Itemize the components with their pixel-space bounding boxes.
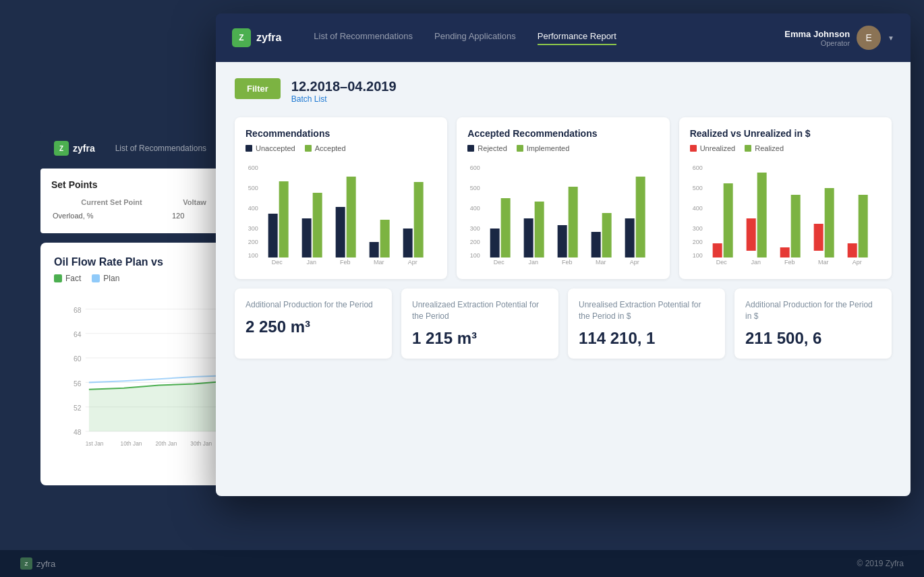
svg-rect-40 bbox=[347, 177, 356, 257]
overload-value: 120 bbox=[172, 210, 217, 221]
stat-additional-dollars-label: Additional Production for the Period in … bbox=[745, 299, 881, 322]
unaccepted-legend: Unaccepted bbox=[246, 144, 295, 152]
recommendations-title: Recommendations bbox=[246, 128, 436, 139]
svg-rect-54 bbox=[490, 229, 500, 257]
date-range: 12.2018–04.2019 bbox=[291, 78, 397, 94]
unrealized-color bbox=[690, 145, 697, 152]
nav-pending-applications[interactable]: Pending Applications bbox=[434, 31, 516, 45]
stat-unrealised-dollars-label: Unrealised Extraction Potential for the … bbox=[579, 299, 714, 322]
accepted-recommendations-chart-card: Accepted Recommendations Rejected Implem… bbox=[457, 117, 669, 279]
svg-text:600: 600 bbox=[692, 164, 702, 171]
fact-legend-color bbox=[54, 274, 62, 282]
unaccepted-label: Unaccepted bbox=[256, 144, 295, 152]
copyright: © 2019 Zyfra bbox=[857, 559, 904, 568]
svg-text:Jan: Jan bbox=[751, 259, 761, 266]
nav-logo-text: zyfra bbox=[256, 32, 281, 44]
nav-user-name: Emma Johnson bbox=[784, 29, 850, 39]
svg-text:52: 52 bbox=[74, 404, 82, 412]
svg-text:600: 600 bbox=[470, 164, 480, 171]
svg-rect-66 bbox=[625, 218, 635, 257]
svg-text:56: 56 bbox=[74, 380, 82, 388]
svg-text:Dec: Dec bbox=[716, 259, 727, 266]
realized-legend: Unrealized Realized bbox=[690, 144, 881, 152]
svg-rect-84 bbox=[813, 224, 823, 251]
svg-rect-81 bbox=[780, 247, 789, 257]
svg-rect-64 bbox=[602, 213, 612, 257]
bottom-bar: Z zyfra © 2019 Zyfra bbox=[0, 550, 924, 577]
stat-unrealised-dollars: Unrealised Extraction Potential for the … bbox=[568, 288, 725, 359]
svg-rect-85 bbox=[824, 188, 834, 257]
svg-text:Mar: Mar bbox=[374, 259, 384, 266]
voltaw-header: Voltaw bbox=[172, 198, 217, 209]
svg-text:20th Jan: 20th Jan bbox=[155, 440, 177, 447]
svg-text:30th Jan: 30th Jan bbox=[190, 440, 212, 447]
avatar-char: E bbox=[865, 32, 871, 43]
implemented-color bbox=[517, 145, 523, 152]
stat-unrealized-extraction: Unrealizaed Extraction Potential for the… bbox=[401, 288, 558, 359]
recommendations-chart-card: Recommendations Unaccepted Accepted 600 … bbox=[235, 117, 447, 279]
stat-additional-production-dollars: Additional Production for the Period in … bbox=[734, 288, 892, 359]
svg-text:10th Jan: 10th Jan bbox=[121, 440, 142, 447]
current-setpoint-header: Current Set Point bbox=[53, 198, 171, 209]
nav-logo: Z zyfra bbox=[232, 28, 281, 47]
svg-rect-63 bbox=[591, 232, 601, 257]
filter-button[interactable]: Filter bbox=[235, 78, 281, 99]
nav-list-recommendations[interactable]: List of Recommendations bbox=[314, 31, 413, 45]
svg-text:400: 400 bbox=[248, 205, 258, 212]
realized-bar-chart: 600 500 400 300 200 100 Dec Jan bbox=[690, 158, 881, 266]
bg-nav-logo: Z zyfra bbox=[54, 141, 95, 156]
recommendations-bar-chart: 600 500 400 300 200 100 Dec Jan bbox=[246, 158, 436, 266]
stat-additional-production-label: Additional Production for the Period bbox=[246, 299, 381, 311]
batch-list-link[interactable]: Batch List bbox=[291, 94, 397, 104]
svg-rect-46 bbox=[414, 182, 424, 257]
svg-rect-82 bbox=[790, 195, 800, 257]
svg-text:68: 68 bbox=[74, 307, 82, 314]
bg-nav-link: List of Recommendations bbox=[115, 144, 206, 153]
svg-rect-78 bbox=[746, 218, 755, 251]
svg-text:500: 500 bbox=[470, 185, 480, 191]
stat-unrealized-extraction-value: 1 215 m³ bbox=[412, 329, 548, 348]
svg-rect-33 bbox=[268, 214, 278, 257]
content-header: Filter 12.2018–04.2019 Batch List bbox=[235, 78, 892, 104]
svg-text:Jan: Jan bbox=[306, 259, 316, 266]
bottom-logo: Z zyfra bbox=[20, 557, 55, 570]
svg-rect-67 bbox=[636, 177, 645, 257]
nav-user-info: Emma Johnson Operator bbox=[784, 29, 850, 47]
svg-text:100: 100 bbox=[248, 252, 258, 259]
nav-user: Emma Johnson Operator E ▼ bbox=[784, 26, 894, 50]
svg-text:600: 600 bbox=[248, 164, 258, 171]
svg-rect-45 bbox=[403, 229, 413, 257]
svg-text:100: 100 bbox=[470, 252, 480, 259]
accepted-rec-bar-chart: 600 500 400 300 200 100 Dec Jan bbox=[467, 158, 658, 266]
chevron-down-icon[interactable]: ▼ bbox=[888, 34, 894, 42]
user-avatar[interactable]: E bbox=[857, 26, 881, 50]
unrealized-label: Unrealized bbox=[700, 144, 736, 152]
unrealized-legend: Unrealized bbox=[690, 144, 736, 152]
svg-text:Mar: Mar bbox=[596, 259, 606, 266]
bottom-logo-icon: Z bbox=[20, 557, 32, 570]
svg-text:Dec: Dec bbox=[272, 259, 283, 266]
implemented-legend: Implemented bbox=[517, 144, 570, 152]
plan-legend-color bbox=[92, 274, 100, 282]
accepted-label: Accepted bbox=[315, 144, 346, 152]
rejected-legend: Rejected bbox=[467, 144, 507, 152]
svg-text:400: 400 bbox=[470, 205, 480, 212]
svg-rect-55 bbox=[501, 198, 511, 257]
svg-rect-87 bbox=[847, 243, 857, 257]
svg-text:500: 500 bbox=[692, 185, 702, 191]
svg-text:100: 100 bbox=[692, 252, 702, 259]
nav-logo-icon: Z bbox=[232, 28, 251, 47]
svg-text:200: 200 bbox=[248, 239, 258, 245]
bg-setpoints-panel: Set Points Current Set Point Voltaw Over… bbox=[40, 169, 229, 233]
setpoints-title: Set Points bbox=[51, 179, 219, 190]
svg-rect-43 bbox=[380, 220, 390, 257]
svg-rect-34 bbox=[279, 181, 289, 257]
fact-legend-label: Fact bbox=[65, 274, 81, 283]
accepted-legend: Accepted bbox=[305, 144, 346, 152]
svg-rect-60 bbox=[558, 225, 567, 257]
nav-performance-report[interactable]: Performance Report bbox=[538, 31, 616, 45]
svg-rect-57 bbox=[524, 218, 533, 257]
accepted-color bbox=[305, 145, 312, 152]
svg-rect-39 bbox=[336, 207, 345, 257]
plan-legend-label: Plan bbox=[103, 274, 119, 283]
